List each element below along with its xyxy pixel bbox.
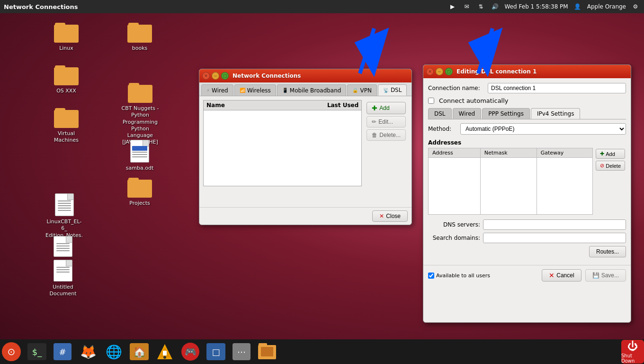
taskbar-chrome[interactable]: 🌐 xyxy=(102,340,125,363)
game-icon: 🎮 xyxy=(181,343,199,361)
nc-tab-wired-label: Wired xyxy=(212,87,228,94)
folder-taskbar-icon xyxy=(257,342,277,361)
taskbar-game[interactable]: 🎮 xyxy=(179,340,202,363)
taskbar-terminal[interactable]: $_ xyxy=(26,340,48,363)
settings-panel-icon[interactable]: ⚙ xyxy=(631,2,640,11)
shutdown-label: Shut Down xyxy=(621,353,644,364)
editing-dsl-window: ✕ − □ Editing DSL connection 1 Connectio… xyxy=(423,64,631,323)
doc-icon-jj xyxy=(54,236,72,257)
mail-panel-icon[interactable]: ✉ xyxy=(462,2,472,11)
desktop-icon-untitled[interactable]: Untitled Document xyxy=(42,260,84,298)
nc-col-name: Name xyxy=(206,102,327,109)
save-button[interactable]: 💾 Save... xyxy=(585,269,626,282)
taskbar-shutdown[interactable]: ⏻ Shut Down xyxy=(621,340,644,363)
search-domains-label: Search domains: xyxy=(428,235,480,241)
dns-servers-input[interactable] xyxy=(483,219,626,230)
nc-edit-label: Edit... xyxy=(378,118,393,125)
nc-table-area: Name Last Used ✚ Add ✏ Edit... 🗑 xyxy=(203,100,408,203)
cancel-button[interactable]: ✕ Cancel xyxy=(542,269,581,282)
doc-icon-notes xyxy=(55,193,74,216)
taskbar-firefox[interactable]: 🦊 xyxy=(77,340,99,363)
folder-icon-vm xyxy=(54,108,79,128)
dsl-close-btn-win[interactable]: ✕ xyxy=(426,68,434,75)
connection-name-row: Connection name: xyxy=(428,83,626,93)
connect-auto-checkbox[interactable] xyxy=(428,98,434,104)
nc-titlebar: ✕ − □ Network Connections xyxy=(199,69,411,82)
nc-delete-button[interactable]: 🗑 Delete... xyxy=(367,129,406,141)
calculator-icon: # xyxy=(54,343,72,360)
nc-tab-wired[interactable]: ⚡ Wired xyxy=(201,84,233,96)
desktop-icon-samba[interactable]: samba.odt xyxy=(118,140,161,172)
nc-action-buttons: ✚ Add ✏ Edit... 🗑 Delete... xyxy=(365,100,408,203)
save-icon: 💾 xyxy=(592,272,599,279)
desktop-icon-label-books: books xyxy=(131,45,149,52)
vlc-panel-icon: ▶ xyxy=(448,2,457,11)
vlc-taskbar-icon xyxy=(155,342,174,361)
firefox-icon: 🦊 xyxy=(79,342,98,361)
nc-delete-label: Delete... xyxy=(379,132,401,138)
addresses-table: Address Netmask Gateway xyxy=(428,148,593,215)
dsl-tab-wired[interactable]: Wired xyxy=(453,108,482,119)
routes-label: Routes... xyxy=(596,248,619,255)
available-checkbox[interactable] xyxy=(428,273,434,279)
volume-panel-icon[interactable]: 🔊 xyxy=(491,2,500,11)
nc-tab-wireless[interactable]: 📶 Wireless xyxy=(234,84,276,96)
desktop-icon-vm[interactable]: Virtual Machines xyxy=(45,108,88,145)
nc-add-button[interactable]: ✚ Add xyxy=(367,102,406,114)
dsl-inner: Connection name: Connect automatically D… xyxy=(423,78,631,322)
search-domains-input[interactable] xyxy=(483,233,626,243)
vm-icon: □ xyxy=(206,343,225,360)
taskbar-calculator[interactable]: # xyxy=(51,340,74,363)
files-icon: 🏠 xyxy=(130,343,149,360)
addr-delete-button[interactable]: ⊘ Delete xyxy=(596,161,625,171)
dsl-tab-dsl[interactable]: DSL xyxy=(428,108,452,119)
taskbar-folder[interactable] xyxy=(256,340,278,363)
search-domains-row: Search domains: xyxy=(428,233,626,243)
dsl-max-btn[interactable]: □ xyxy=(445,68,453,75)
desktop-icon-books[interactable]: books xyxy=(118,23,161,52)
nc-tab-vpn[interactable]: 🔒 VPN xyxy=(347,84,376,96)
desktop-icon-label-untitled: Untitled Document xyxy=(43,283,83,298)
dsl-tab-wired-label: Wired xyxy=(459,110,475,117)
connect-auto-row: Connect automatically xyxy=(428,97,626,104)
dns-row: DNS servers: xyxy=(428,219,626,230)
taskbar-apps[interactable]: ⋯ xyxy=(230,340,253,363)
desktop-icon-cbt[interactable]: CBT Nuggets - Python Programming Python … xyxy=(116,83,164,146)
svg-rect-6 xyxy=(163,351,167,355)
addr-area: Address Netmask Gateway xyxy=(428,148,626,217)
folder-icon-projects xyxy=(127,178,152,198)
dsl-tab-ipv4-label: IPv4 Settings xyxy=(537,110,574,117)
nc-max-btn[interactable]: □ xyxy=(221,72,229,80)
taskbar-files[interactable]: 🏠 xyxy=(128,340,151,363)
folder-icon-cbt xyxy=(128,83,152,103)
taskbar-ubuntu[interactable]: ⊙ xyxy=(0,340,23,363)
nc-min-btn[interactable]: − xyxy=(212,72,219,80)
save-label: Save... xyxy=(601,272,619,279)
dsl-min-btn[interactable]: − xyxy=(436,68,443,75)
desktop-icon-os-xxx[interactable]: OS XXX xyxy=(45,65,88,95)
desktop-icon-label-vm: Virtual Machines xyxy=(46,130,87,145)
nc-tab-dsl[interactable]: 📡 DSL xyxy=(378,84,407,96)
desktop-icon-linux[interactable]: Linux xyxy=(45,23,88,52)
dsl-titlebar: ✕ − □ Editing DSL connection 1 xyxy=(423,65,631,78)
taskbar-vlc[interactable] xyxy=(153,340,176,363)
desktop-icon-projects[interactable]: Projects xyxy=(118,178,161,207)
dsl-tab-ipv4[interactable]: IPv4 Settings xyxy=(531,108,581,119)
taskbar-vm-app[interactable]: □ xyxy=(205,340,227,363)
folder-icon-books xyxy=(127,23,152,43)
apps-icon: ⋯ xyxy=(233,343,250,360)
close-x-icon: ✕ xyxy=(379,213,384,219)
connection-name-input[interactable] xyxy=(488,83,626,93)
nc-edit-button[interactable]: ✏ Edit... xyxy=(367,116,406,127)
addr-add-button[interactable]: ✚ Add xyxy=(596,149,625,159)
nc-tab-mobile[interactable]: 📱 Mobile Broadband xyxy=(277,84,347,96)
dsl-tab-ppp[interactable]: PPP Settings xyxy=(482,108,530,119)
method-select[interactable]: Automatic (PPPoE) Manual Disabled xyxy=(460,123,626,135)
doc-icon-samba xyxy=(130,140,149,163)
available-label: Available to all users xyxy=(436,273,490,279)
nc-close-window-button[interactable]: ✕ Close xyxy=(372,210,408,222)
network-panel-icon[interactable]: ⇅ xyxy=(476,2,486,11)
routes-button[interactable]: Routes... xyxy=(589,246,626,257)
available-checkbox-row: Available to all users xyxy=(428,273,490,279)
nc-close-btn-win[interactable]: ✕ xyxy=(202,72,210,80)
